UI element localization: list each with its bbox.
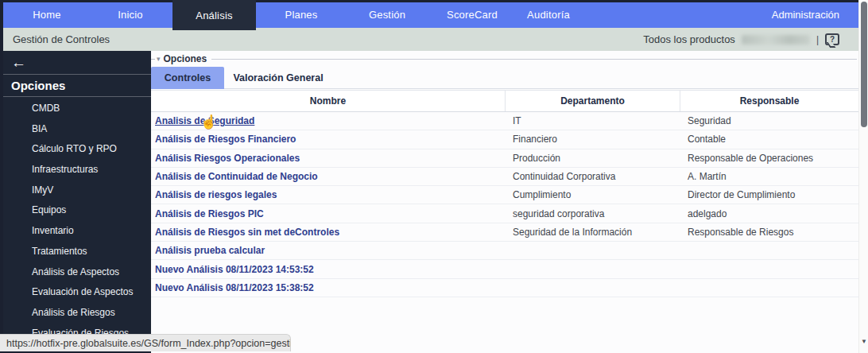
analysis-link[interactable]: Análisis Riesgos Operacionales — [155, 153, 300, 164]
link-preview-statusbar: https://hotfix-pre.globalsuite.es/GS/for… — [0, 334, 291, 351]
cell-departamento: IT — [505, 112, 680, 130]
sidebar-item-tratamientos[interactable]: Tratamientos — [3, 242, 151, 262]
cell-responsable: Responsable de Riesgos — [680, 223, 858, 241]
column-header-nombre: Nombre — [151, 91, 505, 111]
sidebar-item-cmdb[interactable]: CMDB — [3, 99, 151, 119]
options-section-legend: ▾ Opciones — [151, 52, 858, 65]
nav-item-home[interactable]: Home — [33, 2, 60, 28]
legend-line-left — [151, 59, 155, 60]
cell-responsable: Director de Cumplimiento — [680, 186, 858, 204]
cell-responsable: adelgado — [680, 204, 858, 222]
analysis-link[interactable]: Análisis de Riesgos PIC — [155, 208, 264, 219]
scrollbar-thumb[interactable] — [861, 2, 867, 127]
cell-responsable — [680, 242, 858, 259]
controls-table: Nombre Departamento Responsable Analisis… — [151, 90, 858, 297]
cell-departamento: seguridad corporativa — [505, 204, 680, 222]
sidebar-item-equipos[interactable]: Equipos — [3, 200, 151, 221]
products-scope-label: Todos los productos — [643, 33, 735, 45]
column-header-responsable: Responsable — [680, 91, 858, 111]
legend-line-right — [211, 59, 857, 60]
table-row: Análisis de Riesgos PIC seguridad corpor… — [151, 204, 858, 223]
nav-item-scorecard[interactable]: ScoreCard — [447, 2, 498, 28]
table-row: Análisis de Riesgos Financiero Financier… — [151, 130, 858, 149]
cell-departamento: Producción — [505, 149, 680, 167]
cell-responsable — [680, 260, 858, 277]
scrollbar-down-arrow-icon[interactable]: ▼ — [859, 339, 868, 345]
cell-responsable: Contable — [680, 130, 858, 148]
sidebar-back-button[interactable]: ← — [3, 51, 151, 75]
column-header-departamento: Departamento — [505, 91, 680, 111]
analysis-link[interactable]: Análisis de riesgos legales — [155, 189, 277, 200]
analysis-link[interactable]: Análisis de Riesgos sin met deControles — [155, 227, 339, 238]
sidebar-title: Opciones — [3, 75, 151, 97]
cell-departamento — [505, 260, 680, 277]
sidebar-item-evaluacion-riesgos[interactable]: Evaluación de Riesgos — [3, 324, 151, 335]
analysis-link[interactable]: Análisis de Riesgos Financiero — [155, 134, 296, 145]
separator: | — [816, 34, 819, 45]
sidebar-item-imyv[interactable]: IMyV — [3, 180, 151, 201]
sidebar-item-analisis-riesgos[interactable]: Análisis de Riesgos — [3, 303, 151, 324]
cell-departamento — [505, 279, 680, 297]
table-row: Análisis Riesgos Operacionales Producció… — [151, 149, 858, 168]
nav-item-gestion[interactable]: Gestión — [369, 2, 405, 28]
cell-responsable: Seguridad — [680, 112, 858, 130]
sidebar-item-inventario[interactable]: Inventario — [3, 221, 151, 242]
cell-responsable: A. Martín — [680, 168, 858, 185]
analysis-link[interactable]: Nuevo Análisis 08/11/2023 15:38:52 — [155, 282, 314, 293]
main-content: ▾ Opciones Controles Valoración General … — [151, 51, 858, 353]
table-row: Analisis de Seguridad IT Seguridad — [151, 112, 858, 130]
cell-departamento — [505, 242, 680, 259]
nav-item-inicio[interactable]: Inicio — [118, 2, 143, 28]
sidebar: ← Opciones CMDB BIA Cálculo RTO y RPO In… — [3, 51, 151, 335]
table-row: Análisis de riesgos legales Cumplimiento… — [151, 186, 858, 204]
analysis-link[interactable]: Analisis de Seguridad — [155, 115, 254, 126]
subheader-bar: Gestión de Controles Todos los productos… — [3, 28, 858, 51]
collapse-triangle-icon[interactable]: ▾ — [157, 55, 161, 63]
sidebar-item-bia[interactable]: BIA — [3, 119, 151, 140]
cell-departamento: Continuidad Corporativa — [505, 168, 680, 185]
sidebar-item-calculo-rto-rpo[interactable]: Cálculo RTO y RPO — [3, 139, 151, 160]
back-arrow-icon: ← — [11, 55, 26, 70]
cell-departamento: Cumplimiento — [505, 186, 680, 204]
nav-item-analisis[interactable]: Análisis — [172, 0, 256, 30]
subheader-right: Todos los productos | ? — [643, 33, 858, 45]
nav-item-administracion[interactable]: Administración — [772, 2, 839, 28]
table-row: Nuevo Análisis 08/11/2023 14:53:52 — [151, 260, 858, 278]
table-row: Análisis de Continuidad de Negocio Conti… — [151, 168, 858, 186]
table-row: Nuevo Análisis 08/11/2023 15:38:52 — [151, 279, 858, 297]
nav-item-planes[interactable]: Planes — [285, 2, 318, 28]
table-row: Análisis de Riesgos sin met deControles … — [151, 223, 858, 242]
analysis-link[interactable]: Análisis prueba calcular — [155, 245, 265, 256]
help-icon[interactable]: ? — [825, 33, 839, 45]
nav-item-auditoria[interactable]: Auditoría — [527, 2, 570, 28]
sidebar-menu: CMDB BIA Cálculo RTO y RPO Infraestructu… — [3, 97, 151, 335]
sidebar-item-infraestructuras[interactable]: Infraestructuras — [3, 160, 151, 180]
analysis-link[interactable]: Nuevo Análisis 08/11/2023 14:53:52 — [155, 264, 314, 275]
sidebar-item-evaluacion-aspectos[interactable]: Evaluación de Aspectos — [3, 282, 151, 303]
options-section-title: Opciones — [164, 53, 207, 64]
page-title: Gestión de Controles — [13, 33, 110, 45]
tab-controles[interactable]: Controles — [151, 67, 224, 89]
cell-departamento: Seguridad de la Información — [505, 223, 680, 241]
cell-responsable: Responsable de Operaciones — [680, 149, 858, 167]
user-menu-redacted[interactable] — [742, 35, 810, 45]
tab-valoracion-general[interactable]: Valoración General — [224, 67, 332, 89]
table-header-row: Nombre Departamento Responsable — [151, 90, 858, 112]
table-row: Análisis prueba calcular — [151, 242, 858, 260]
top-navigation: Home Inicio Análisis Planes Gestión Scor… — [3, 2, 858, 28]
analysis-link[interactable]: Análisis de Continuidad de Negocio — [155, 171, 318, 182]
vertical-scrollbar[interactable]: ▼ — [858, 0, 868, 353]
cell-departamento: Financiero — [505, 130, 680, 148]
tab-bar: Controles Valoración General — [151, 67, 858, 89]
app-window: Home Inicio Análisis Planes Gestión Scor… — [0, 0, 868, 353]
sidebar-item-analisis-aspectos[interactable]: Análisis de Aspectos — [3, 262, 151, 283]
cell-responsable — [680, 279, 858, 297]
